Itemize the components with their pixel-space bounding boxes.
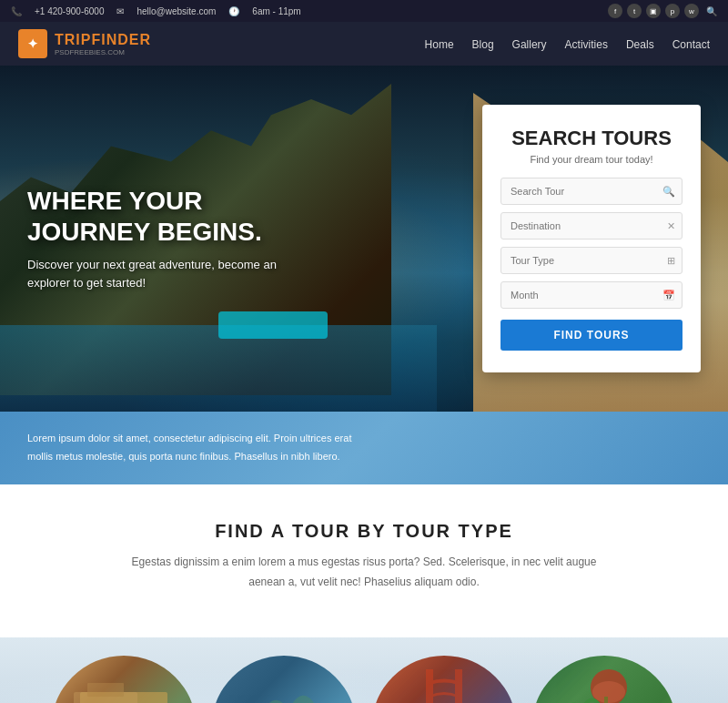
search-tour-field[interactable]: 🔍 [500, 178, 682, 205]
topbar-left: 📞 +1 420-900-6000 ✉ hello@website.com 🕐 … [11, 6, 301, 16]
hero-text-block: WHERE YOUR JOURNEY BEGINS. Discover your… [27, 186, 310, 291]
logo-rest: FINDER [91, 32, 151, 47]
hero-subtitle: Discover your next great adventure, beco… [27, 256, 310, 291]
tour-card-bg-3 [371, 656, 517, 703]
logo-sub: PSDFREEBIES.COM [55, 48, 151, 56]
tour-cards: NORTH AMERICA NORTH AMERICA [18, 656, 710, 703]
tour-card-amazon-cruise[interactable]: AMAZON CRUISE [531, 656, 677, 703]
email-icon: ✉ [116, 6, 124, 16]
destination-input[interactable] [500, 212, 682, 239]
search-tour-input[interactable] [500, 178, 682, 205]
whatsapp-icon[interactable]: w [684, 4, 699, 18]
hero-section: WHERE YOUR JOURNEY BEGINS. Discover your… [0, 66, 728, 412]
navbar: ✦ TRIPFINDER PSDFREEBIES.COM Home Blog G… [0, 22, 728, 66]
logo-highlight: TRIP [55, 32, 91, 47]
instagram-icon[interactable]: ▣ [646, 4, 661, 18]
logo: ✦ TRIPFINDER PSDFREEBIES.COM [18, 29, 151, 58]
hero-content: WHERE YOUR JOURNEY BEGINS. Discover your… [0, 66, 728, 412]
tour-card-north-america-1[interactable]: NORTH AMERICA [51, 656, 197, 703]
tour-card-bg-2 [211, 656, 357, 703]
destination-field[interactable]: ✕ [500, 212, 682, 239]
phone-icon: 📞 [11, 6, 22, 16]
svg-rect-1 [87, 683, 124, 697]
blue-section-text: Lorem ipsum dolor sit amet, consectetur … [27, 430, 364, 466]
tour-type-description: Egestas dignissim a enim lorem a mus ege… [127, 553, 601, 592]
topbar: 📞 +1 420-900-6000 ✉ hello@website.com 🕐 … [0, 0, 728, 22]
search-tour-icon: 🔍 [662, 186, 675, 198]
social-icons: f t ▣ p w [608, 4, 699, 18]
hours-text: 6am - 11pm [252, 6, 300, 16]
find-tours-button[interactable]: FIND TOURS [500, 320, 682, 351]
nav-links: Home Blog Gallery Activities Deals Conta… [425, 36, 710, 52]
tour-card-north-america-2[interactable]: NORTH AMERICA [211, 656, 357, 703]
svg-rect-8 [604, 697, 608, 703]
topbar-right: f t ▣ p w 🔍 [608, 4, 717, 18]
svg-point-7 [592, 681, 625, 703]
tour-type-icon: ⊞ [667, 255, 675, 267]
pinterest-icon[interactable]: p [665, 4, 680, 18]
facebook-icon[interactable]: f [608, 4, 622, 18]
tour-type-title: FIND A TOUR BY TOUR TYPE [27, 521, 701, 542]
tour-card-san-francisco[interactable]: SAN FRANCISCO [371, 656, 517, 703]
nav-home[interactable]: Home [425, 38, 454, 51]
search-icon[interactable]: 🔍 [706, 6, 717, 16]
svg-rect-3 [426, 669, 433, 703]
month-field[interactable]: 📅 [500, 281, 682, 309]
tour-type-field[interactable]: ⊞ [500, 247, 682, 274]
nav-deals[interactable]: Deals [626, 38, 654, 51]
email-text: hello@website.com [136, 6, 216, 16]
tour-card-bg-4 [531, 656, 677, 703]
search-panel: SEARCH TOURS Find your dream tour today!… [482, 105, 701, 372]
clock-icon: 🕐 [228, 6, 239, 16]
nav-blog[interactable]: Blog [472, 38, 494, 51]
logo-icon: ✦ [18, 29, 47, 58]
hero-title: WHERE YOUR JOURNEY BEGINS. [27, 186, 310, 247]
tour-cards-wrapper: NORTH AMERICA NORTH AMERICA [0, 637, 728, 703]
tour-card-bg-1 [51, 656, 197, 703]
nav-activities[interactable]: Activities [565, 38, 608, 51]
phone-text: +1 420-900-6000 [35, 6, 104, 16]
month-icon: 📅 [662, 290, 675, 301]
search-panel-title: SEARCH TOURS [500, 127, 682, 150]
tour-type-input[interactable] [500, 247, 682, 274]
month-input[interactable] [500, 281, 682, 309]
tour-type-section: FIND A TOUR BY TOUR TYPE Egestas digniss… [0, 484, 728, 637]
twitter-icon[interactable]: t [627, 4, 642, 18]
destination-icon: ✕ [667, 220, 675, 232]
search-panel-subtitle: Find your dream tour today! [500, 154, 682, 165]
logo-text: TRIPFINDER [55, 32, 151, 48]
nav-gallery[interactable]: Gallery [512, 38, 547, 51]
nav-contact[interactable]: Contact [672, 38, 710, 51]
svg-rect-4 [455, 669, 462, 703]
blue-section: Lorem ipsum dolor sit amet, consectetur … [0, 412, 728, 484]
